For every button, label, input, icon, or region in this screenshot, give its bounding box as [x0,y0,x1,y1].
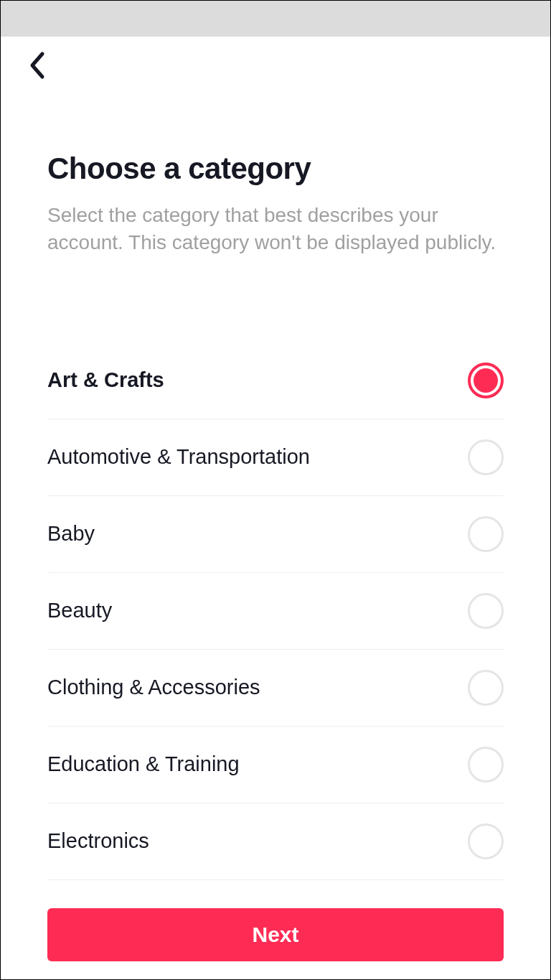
page-title: Choose a category [47,151,504,186]
radio-dot-icon [474,368,498,393]
next-button[interactable]: Next [47,908,504,961]
content: Choose a category Select the category th… [1,80,550,908]
category-label: Clothing & Accessories [47,676,260,699]
chevron-left-icon [28,51,45,80]
category-row[interactable]: Electronics [47,803,504,880]
category-label: Automotive & Transportation [47,445,310,469]
radio-button[interactable] [468,439,504,475]
category-label: Electronics [47,829,149,853]
category-list: Art & CraftsAutomotive & TransportationB… [47,342,504,908]
category-label: Baby [47,522,95,546]
category-row[interactable]: Beauty [47,573,504,650]
radio-button[interactable] [468,670,504,706]
category-row[interactable]: Education & Training [47,727,504,803]
category-row[interactable]: Automotive & Transportation [47,419,504,496]
category-row[interactable]: Clothing & Accessories [47,650,504,727]
category-label: Art & Crafts [47,368,164,392]
footer: Next [1,908,550,979]
radio-button[interactable] [468,823,504,859]
header [1,37,550,80]
category-label: Beauty [47,599,112,622]
page-subtitle: Select the category that best describes … [47,202,504,256]
status-bar [1,1,550,37]
category-row[interactable]: Baby [47,496,504,573]
radio-button[interactable] [468,747,504,783]
radio-button[interactable] [468,363,504,398]
category-row[interactable]: Art & Crafts [47,342,504,419]
back-button[interactable] [22,51,51,80]
radio-button[interactable] [468,593,504,629]
category-label: Education & Training [47,752,240,776]
radio-button[interactable] [468,516,504,552]
